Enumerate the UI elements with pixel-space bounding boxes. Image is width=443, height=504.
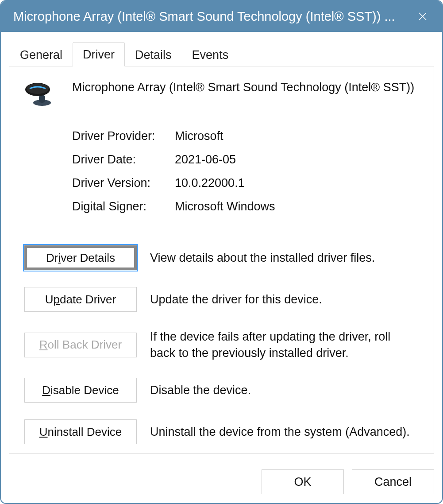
action-row-disable-device: Disable Device Disable the device. bbox=[24, 378, 419, 403]
close-icon bbox=[417, 11, 428, 22]
device-header: Microphone Array (Intel® Smart Sound Tec… bbox=[24, 80, 419, 107]
tab-driver[interactable]: Driver bbox=[73, 42, 125, 66]
action-row-driver-details: Driver Details View details about the in… bbox=[24, 245, 419, 270]
date-value: 2021-06-05 bbox=[175, 153, 419, 167]
device-name: Microphone Array (Intel® Smart Sound Tec… bbox=[72, 80, 414, 95]
dialog-footer: OK Cancel bbox=[1, 461, 442, 503]
info-row-date: Driver Date: 2021-06-05 bbox=[72, 153, 419, 167]
close-button[interactable] bbox=[413, 7, 432, 26]
info-row-provider: Driver Provider: Microsoft bbox=[72, 129, 419, 143]
driver-info: Driver Provider: Microsoft Driver Date: … bbox=[72, 129, 419, 223]
version-label: Driver Version: bbox=[72, 176, 175, 190]
content-area: General Driver Details Events Microphone… bbox=[1, 32, 442, 461]
microphone-device-icon bbox=[24, 81, 60, 107]
info-row-signer: Digital Signer: Microsoft Windows bbox=[72, 200, 419, 213]
rollback-driver-desc: If the device fails after updating the d… bbox=[150, 329, 419, 361]
driver-details-button[interactable]: Driver Details bbox=[24, 245, 137, 270]
provider-value: Microsoft bbox=[175, 129, 419, 143]
version-value: 10.0.22000.1 bbox=[175, 176, 419, 190]
window-title: Microphone Array (Intel® Smart Sound Tec… bbox=[13, 9, 413, 24]
date-label: Driver Date: bbox=[72, 153, 175, 167]
disable-device-desc: Disable the device. bbox=[150, 382, 419, 398]
action-row-rollback-driver: Roll Back Driver If the device fails aft… bbox=[24, 329, 419, 361]
driver-actions: Driver Details View details about the in… bbox=[24, 245, 419, 444]
update-driver-button[interactable]: Update Driver bbox=[24, 287, 137, 312]
driver-tab-panel: Microphone Array (Intel® Smart Sound Tec… bbox=[9, 66, 434, 454]
properties-dialog: Microphone Array (Intel® Smart Sound Tec… bbox=[0, 0, 443, 504]
uninstall-device-desc: Uninstall the device from the system (Ad… bbox=[150, 424, 419, 440]
signer-label: Digital Signer: bbox=[72, 200, 175, 213]
tab-details[interactable]: Details bbox=[125, 43, 182, 66]
action-row-update-driver: Update Driver Update the driver for this… bbox=[24, 287, 419, 312]
provider-label: Driver Provider: bbox=[72, 129, 175, 143]
update-driver-desc: Update the driver for this device. bbox=[150, 291, 419, 307]
signer-value: Microsoft Windows bbox=[175, 200, 419, 213]
tab-events[interactable]: Events bbox=[182, 43, 239, 66]
info-row-version: Driver Version: 10.0.22000.1 bbox=[72, 176, 419, 190]
ok-button[interactable]: OK bbox=[262, 469, 344, 494]
rollback-driver-button: Roll Back Driver bbox=[24, 333, 137, 357]
driver-details-desc: View details about the installed driver … bbox=[150, 250, 419, 266]
uninstall-device-button[interactable]: Uninstall Device bbox=[24, 419, 137, 444]
action-row-uninstall-device: Uninstall Device Uninstall the device fr… bbox=[24, 419, 419, 444]
tab-general[interactable]: General bbox=[10, 43, 73, 66]
titlebar: Microphone Array (Intel® Smart Sound Tec… bbox=[1, 1, 442, 32]
tabs: General Driver Details Events bbox=[10, 42, 434, 66]
disable-device-button[interactable]: Disable Device bbox=[24, 378, 137, 403]
cancel-button[interactable]: Cancel bbox=[352, 469, 434, 494]
